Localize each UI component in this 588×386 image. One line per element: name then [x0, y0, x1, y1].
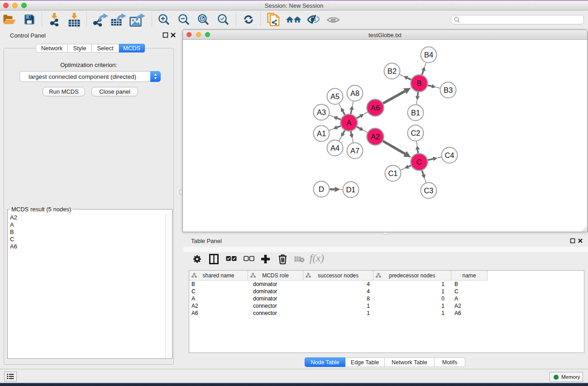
svg-text:C: C [416, 158, 422, 166]
svg-text:D1: D1 [346, 186, 355, 194]
svg-text:A8: A8 [350, 89, 359, 97]
svg-text:A6: A6 [371, 104, 380, 112]
svg-text:A1: A1 [317, 129, 326, 138]
svg-text:A7: A7 [350, 147, 359, 155]
svg-text:B4: B4 [424, 51, 433, 59]
svg-text:A3: A3 [317, 108, 326, 116]
svg-text:C4: C4 [445, 151, 454, 159]
svg-text:A2: A2 [371, 133, 380, 141]
svg-text:A4: A4 [330, 144, 339, 152]
svg-text:C2: C2 [411, 129, 420, 137]
svg-text:A: A [346, 119, 351, 127]
svg-text:D: D [319, 185, 324, 193]
svg-text:B3: B3 [444, 86, 453, 94]
svg-text:B1: B1 [411, 109, 420, 117]
svg-text:C1: C1 [388, 169, 397, 177]
svg-text:B: B [416, 79, 421, 87]
svg-text:C3: C3 [424, 186, 433, 195]
svg-text:B2: B2 [387, 67, 397, 75]
svg-text:A5: A5 [330, 92, 339, 100]
